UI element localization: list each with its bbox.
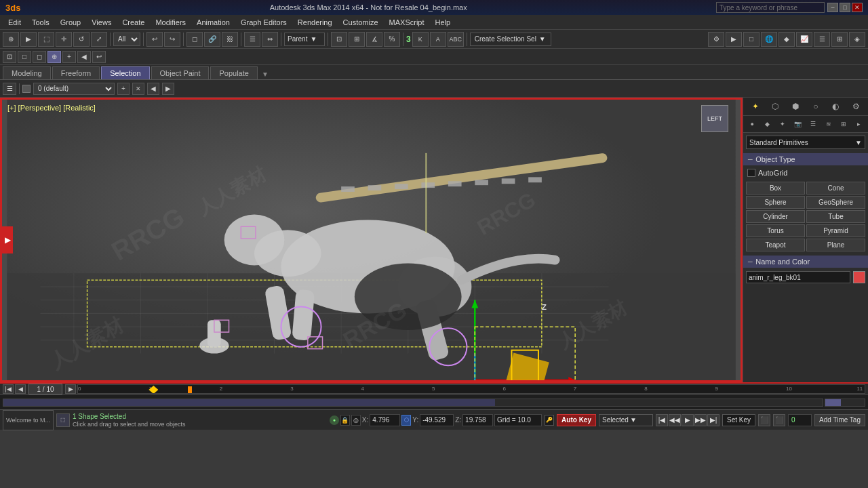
minimize-button[interactable]: – (827, 3, 838, 12)
reference-coord-dropdown[interactable]: Parent ▼ (284, 33, 325, 46)
timeline-next-btn[interactable]: ▶ (65, 384, 76, 394)
goto-start-button[interactable]: |◀ (656, 414, 668, 426)
box-button[interactable]: Box (746, 182, 805, 195)
extra-play-btn2[interactable]: ⬛ (773, 414, 785, 426)
tab-selection[interactable]: Selection (101, 66, 149, 79)
menu-group[interactable]: Group (55, 17, 87, 28)
tb2-btn2[interactable]: □ (18, 51, 31, 63)
torus-button[interactable]: Torus (746, 224, 805, 237)
curve-editor[interactable]: 📈 (796, 32, 812, 47)
tube-button[interactable]: Tube (806, 210, 865, 223)
play-button[interactable]: ▶ (682, 414, 694, 426)
new-layer-btn[interactable]: + (117, 83, 130, 95)
extra-tool2[interactable]: ◈ (849, 32, 865, 47)
menu-modifiers[interactable]: Modifiers (150, 17, 191, 28)
viewport-expand-button[interactable]: ▶ (2, 226, 13, 253)
tb2-btn4[interactable]: ⊕ (47, 51, 61, 63)
standard-primitives-dropdown[interactable]: Standard Primitives ▼ (746, 136, 865, 149)
layer-btn4[interactable]: ▶ (162, 83, 174, 95)
play-all-button[interactable]: ▶▶ (694, 414, 707, 426)
maximize-button[interactable]: □ (840, 3, 850, 12)
next-frame-button[interactable]: ▶| (707, 414, 719, 426)
extra-icon[interactable]: ▸ (852, 117, 867, 131)
search-input[interactable] (716, 2, 825, 13)
light-icon[interactable]: ✦ (775, 117, 790, 131)
teapot-button[interactable]: Teapot (746, 239, 805, 251)
material-editor[interactable]: ◆ (778, 32, 795, 47)
timeline-ruler-area[interactable]: 0 1 2 3 4 5 6 7 8 9 10 11 (77, 384, 865, 394)
timeline-prev-btn[interactable]: ◀ (15, 384, 26, 394)
rotate-tool[interactable]: ↺ (73, 32, 90, 47)
menu-maxscript[interactable]: MAXScript (384, 17, 430, 28)
close-button[interactable]: ✕ (852, 3, 863, 12)
create-selection-button[interactable]: Create Selection Sel ▼ (470, 33, 551, 46)
name-color-section-header[interactable]: − Name and Color (743, 256, 868, 268)
nav-cube[interactable]: LEFT (701, 105, 735, 139)
redo-button[interactable]: ↪ (164, 32, 180, 47)
tb2-btn5[interactable]: + (62, 51, 76, 63)
filter-select[interactable]: All (113, 33, 140, 46)
prev-frame-button[interactable]: ◀◀ (669, 414, 681, 426)
object-name-input[interactable] (746, 271, 850, 283)
mirror-tool[interactable]: ⇔ (262, 32, 278, 47)
x-axis-icon[interactable]: ⬡ (401, 415, 411, 426)
cylinder-button[interactable]: Cylinder (746, 210, 805, 223)
percent-snap[interactable]: % (384, 32, 400, 47)
geosphere-button[interactable]: GeoSphere (806, 196, 865, 209)
object-color-swatch[interactable] (853, 271, 865, 283)
menu-animation[interactable]: Animation (191, 17, 235, 28)
geometry-icon[interactable]: ● (745, 117, 760, 131)
active-viewport[interactable]: □ (743, 32, 760, 47)
tab-populate[interactable]: Populate (210, 66, 257, 79)
tab-options-icon[interactable]: ▼ (259, 69, 271, 79)
autogrid-checkbox[interactable] (747, 169, 755, 177)
hierarchy-panel-icon[interactable]: ⬢ (788, 100, 803, 113)
pyramid-button[interactable]: Pyramid (806, 224, 865, 237)
motion-panel-icon[interactable]: ○ (808, 100, 823, 113)
extra-play-btn1[interactable]: ⬛ (758, 414, 770, 426)
x-value[interactable]: 4.796 (370, 414, 400, 426)
extra-tool1[interactable]: ⊞ (831, 32, 848, 47)
select-tool[interactable]: ▶ (20, 32, 37, 47)
sphere-button[interactable]: Sphere (746, 196, 805, 209)
snap-icon[interactable]: ⊕ (3, 32, 19, 47)
timeline-scroll-thumb[interactable] (3, 399, 495, 406)
layer-btn3[interactable]: ◀ (147, 83, 159, 95)
selected-dropdown[interactable]: Selected ▼ (599, 414, 653, 426)
tb2-btn3[interactable]: ◻ (33, 51, 46, 63)
render-env[interactable]: 🌐 (761, 32, 777, 47)
align-tool[interactable]: ☰ (244, 32, 260, 47)
display-panel-icon[interactable]: ◐ (828, 100, 843, 113)
render-setup[interactable]: ⚙ (708, 32, 724, 47)
menu-tools[interactable]: Tools (26, 17, 55, 28)
snap-toggle[interactable]: ⊞ (349, 32, 365, 47)
menu-rendering[interactable]: Rendering (292, 17, 338, 28)
utilities-panel-icon[interactable]: ⚙ (848, 100, 863, 113)
y-value[interactable]: -49.529 (420, 414, 454, 426)
layer-select[interactable]: 0 (default) (33, 83, 115, 95)
move-tool[interactable]: ✛ (56, 32, 72, 47)
render-frame[interactable]: ▶ (726, 32, 742, 47)
camera-icon[interactable]: 📷 (791, 117, 806, 131)
create-panel-icon[interactable]: ✦ (748, 100, 763, 113)
cone-button[interactable]: Cone (806, 182, 865, 195)
spacewarp-icon[interactable]: ≋ (821, 117, 836, 131)
object-type-section-header[interactable]: − Object Type (743, 153, 868, 165)
scale-tool[interactable]: ⤢ (91, 32, 107, 47)
menu-help[interactable]: Help (430, 17, 456, 28)
helper-icon[interactable]: ☰ (806, 117, 821, 131)
select-obj[interactable]: ◻ (186, 32, 203, 47)
menu-views[interactable]: Views (86, 17, 117, 28)
tb2-btn6[interactable]: ◀ (77, 51, 91, 63)
tab-object-paint[interactable]: Object Paint (151, 66, 210, 79)
menu-customize[interactable]: Customize (338, 17, 384, 28)
menu-graph-editors[interactable]: Graph Editors (235, 17, 292, 28)
autokey-button[interactable]: Auto Key (557, 414, 596, 426)
layer-manager-icon[interactable]: ☰ (3, 83, 16, 95)
timeline-scrollbar[interactable] (3, 399, 823, 407)
tab-freeform[interactable]: Freeform (52, 66, 100, 79)
menu-edit[interactable]: Edit (3, 17, 26, 28)
undo-button[interactable]: ↩ (146, 32, 163, 47)
z-value[interactable]: 19.758 (462, 414, 493, 426)
layer-color[interactable] (22, 85, 31, 93)
